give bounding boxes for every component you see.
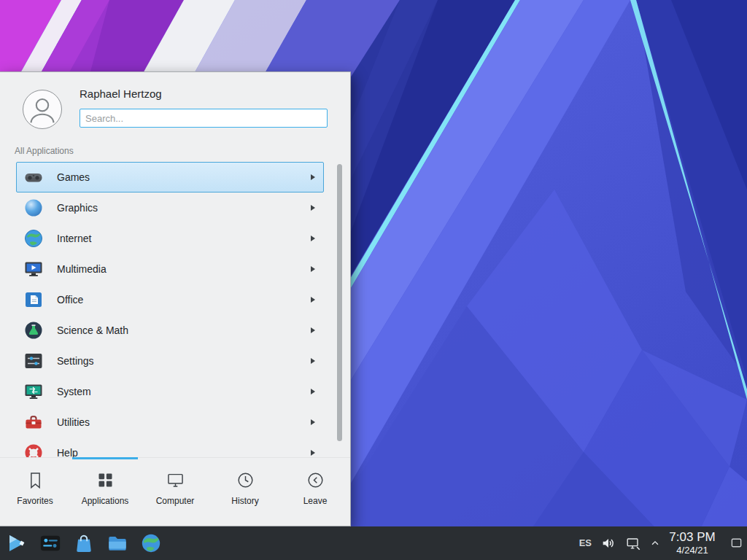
tab-favorites[interactable]: Favorites — [0, 458, 70, 526]
tab-label: History — [231, 496, 258, 506]
active-tab-indicator — [72, 457, 138, 459]
bookmark-icon — [26, 470, 45, 490]
category-list-scrollbar[interactable] — [337, 164, 342, 441]
utilities-icon — [23, 412, 44, 432]
discover-icon — [73, 532, 95, 554]
submenu-arrow-icon — [311, 358, 315, 364]
office-icon — [23, 289, 44, 310]
category-label: System — [57, 386, 91, 397]
launcher-tabbar: Favorites Applications Computer History — [0, 457, 350, 526]
submenu-arrow-icon — [311, 419, 315, 425]
user-avatar[interactable] — [23, 90, 62, 129]
category-utilities[interactable]: Utilities — [16, 407, 324, 438]
taskbar-apps — [1, 528, 166, 559]
submenu-arrow-icon — [311, 174, 315, 180]
submenu-arrow-icon — [311, 297, 315, 303]
settings-icon — [23, 351, 44, 371]
tab-label: Favorites — [17, 496, 53, 506]
gamepad-icon — [23, 167, 44, 187]
category-office[interactable]: Office — [16, 284, 324, 315]
tab-label: Leave — [303, 496, 328, 506]
clock-date: 4/24/21 — [669, 545, 716, 556]
leave-icon — [306, 470, 325, 490]
folder-icon — [107, 532, 128, 554]
user-name: Raphael Hertzog — [80, 88, 162, 100]
kickoff-icon — [6, 532, 28, 554]
app-grid-icon — [96, 470, 115, 490]
submenu-arrow-icon — [311, 327, 315, 333]
tab-label: Applications — [82, 496, 129, 506]
category-games[interactable]: Games — [16, 162, 324, 192]
taskbar-app-terminal[interactable] — [35, 528, 66, 559]
science-icon — [23, 320, 44, 341]
keyboard-layout-indicator[interactable]: ES — [579, 537, 592, 548]
category-label: Multimedia — [57, 263, 107, 275]
section-label: All Applications — [15, 146, 74, 156]
tab-history[interactable]: History — [210, 458, 280, 526]
globe-icon — [23, 228, 44, 249]
tab-leave[interactable]: Leave — [280, 458, 350, 526]
taskbar-app-browser[interactable] — [136, 528, 166, 559]
taskbar: ES 7:03 PM 4/24/21 — [0, 526, 747, 560]
category-list: Games Graphics Internet Multimedia — [16, 162, 324, 459]
taskbar-app-files[interactable] — [102, 528, 133, 559]
tab-computer[interactable]: Computer — [140, 458, 210, 526]
application-launcher: Raphael Hertzog All Applications Games G… — [0, 71, 351, 526]
category-label: Games — [57, 171, 90, 183]
category-multimedia[interactable]: Multimedia — [16, 254, 324, 284]
system-tray: ES 7:03 PM 4/24/21 — [579, 531, 743, 556]
kickoff-launcher-button[interactable] — [1, 528, 32, 559]
clock-time: 7:03 PM — [669, 531, 716, 545]
volume-icon[interactable] — [600, 535, 616, 551]
category-label: Utilities — [57, 416, 90, 428]
tab-label: Computer — [156, 496, 195, 506]
network-icon[interactable] — [625, 535, 641, 551]
help-icon — [23, 443, 44, 459]
category-graphics[interactable]: Graphics — [16, 192, 324, 223]
clock[interactable]: 7:03 PM 4/24/21 — [669, 531, 716, 556]
category-label: Graphics — [57, 202, 98, 214]
category-settings[interactable]: Settings — [16, 346, 324, 376]
history-clock-icon — [236, 470, 255, 490]
graphics-orb-icon — [23, 198, 44, 218]
tray-expander-icon[interactable] — [650, 538, 660, 548]
terminal-icon — [39, 532, 61, 554]
category-label: Internet — [57, 233, 91, 244]
submenu-arrow-icon — [311, 266, 315, 272]
submenu-arrow-icon — [311, 205, 315, 211]
user-icon — [23, 90, 61, 128]
submenu-arrow-icon — [311, 236, 315, 241]
computer-icon — [166, 470, 185, 490]
category-label: Settings — [57, 355, 94, 367]
search-input[interactable] — [80, 109, 328, 128]
category-label: Office — [57, 294, 83, 306]
category-internet[interactable]: Internet — [16, 223, 324, 254]
system-icon — [23, 381, 44, 402]
taskbar-app-discover[interactable] — [69, 528, 99, 559]
web-globe-icon — [140, 532, 162, 554]
category-science-math[interactable]: Science & Math — [16, 315, 324, 346]
show-desktop-button[interactable] — [730, 537, 743, 549]
submenu-arrow-icon — [311, 389, 315, 394]
tab-applications[interactable]: Applications — [70, 458, 140, 526]
category-label: Science & Math — [57, 324, 128, 336]
category-system[interactable]: System — [16, 376, 324, 407]
multimedia-icon — [23, 259, 44, 279]
category-help[interactable]: Help — [16, 438, 324, 459]
submenu-arrow-icon — [311, 450, 315, 456]
